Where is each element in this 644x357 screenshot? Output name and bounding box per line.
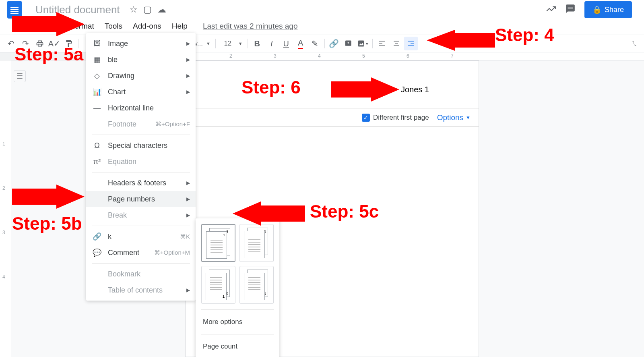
page-numbers-more-options[interactable]: More options [201, 315, 274, 328]
shortcut-label: ⌘K [180, 233, 190, 240]
annotation-arrow-4 [427, 30, 495, 58]
align-right-button[interactable] [404, 37, 418, 50]
ruler-tick: 4 [318, 53, 321, 59]
different-first-page-label: Different first page [373, 114, 429, 122]
drawing-icon: ◇ [93, 71, 101, 80]
svg-rect-0 [568, 8, 573, 8]
bold-button[interactable]: B [250, 37, 264, 50]
chart-icon: 📊 [93, 87, 101, 96]
share-button[interactable]: 🔒 Share [584, 1, 632, 18]
pi-icon: π² [93, 158, 101, 166]
page-numbers-submenu: 2 1 1 2 1 1 More options Page count [196, 218, 279, 357]
svg-marker-19 [427, 30, 495, 51]
annotation-arrow-5a [12, 12, 85, 44]
svg-marker-15 [12, 12, 85, 36]
header-options-dropdown[interactable]: Options▼ [437, 113, 471, 122]
submenu-arrow-icon: ▶ [186, 180, 190, 186]
annotation-label-5a: Step: 5a [14, 44, 83, 64]
cloud-icon[interactable]: ☁ [157, 4, 166, 15]
header-options-bar: ✓ Different first page Options▼ [186, 108, 479, 127]
last-edit-link[interactable]: Last edit was 2 minutes ago [203, 22, 298, 31]
insert-footnote[interactable]: Footnote⌘+Option+F [86, 116, 196, 132]
image-icon: 🖼 [93, 39, 101, 48]
move-icon[interactable]: ▢ [143, 4, 152, 15]
page-number-top-right-all[interactable]: 2 1 [201, 224, 235, 262]
insert-special-characters[interactable]: ΩSpecial characters [86, 137, 196, 154]
submenu-arrow-icon: ▶ [186, 212, 190, 218]
page-numbers-page-count[interactable]: Page count [201, 340, 274, 353]
annotation-arrow-5b [12, 185, 85, 217]
text-color-button[interactable]: A [294, 37, 308, 50]
font-size-dropdown[interactable]: 12▼ [218, 37, 245, 50]
omega-icon: Ω [93, 141, 101, 150]
submenu-arrow-icon: ▶ [186, 73, 190, 79]
ruler-tick: 1 [2, 141, 5, 147]
activity-icon[interactable] [546, 4, 556, 16]
ruler-tick: 4 [2, 274, 5, 280]
highlight-button[interactable]: ✎ [308, 37, 322, 50]
table-icon: ▦ [93, 55, 101, 64]
underline-button[interactable]: U [279, 37, 293, 50]
text-cursor [430, 86, 430, 94]
align-left-button[interactable] [375, 37, 389, 50]
insert-link[interactable]: 🔗k⌘K [86, 228, 196, 245]
submenu-arrow-icon: ▶ [186, 89, 190, 95]
menu-tools[interactable]: Tools [100, 20, 127, 32]
insert-equation[interactable]: π²Equation [86, 154, 196, 170]
shortcut-label: ⌘+Option+M [154, 249, 190, 256]
submenu-arrow-icon: ▶ [186, 41, 190, 46]
align-center-button[interactable] [390, 37, 403, 50]
checkbox-checked-icon: ✓ [362, 114, 370, 122]
insert-table[interactable]: ▦ble▶ [86, 52, 196, 68]
annotation-label-5c: Step: 5c [310, 201, 379, 222]
insert-break[interactable]: Break▶ [86, 207, 196, 223]
svg-marker-16 [12, 185, 85, 209]
different-first-page-checkbox[interactable]: ✓ Different first page [362, 114, 429, 122]
link-icon: 🔗 [93, 232, 101, 241]
italic-button[interactable]: I [265, 37, 279, 50]
insert-horizontal-line[interactable]: —Horizontal line [86, 100, 196, 116]
insert-page-numbers[interactable]: Page numbers▶ [86, 191, 196, 207]
svg-rect-3 [348, 42, 349, 44]
horizontal-line-icon: — [93, 104, 101, 112]
ruler-tick: 3 [2, 230, 5, 235]
menu-addons[interactable]: Add-ons [128, 20, 166, 32]
star-icon[interactable]: ☆ [130, 4, 138, 15]
collapse-toolbar-button[interactable]: ㄟ [631, 39, 638, 48]
shortcut-label: ⌘+Option+F [155, 120, 190, 128]
title-bar: Untitled document ☆ ▢ ☁ 🔒 Share [0, 0, 644, 19]
lock-icon: 🔒 [592, 5, 601, 14]
add-comment-button[interactable] [342, 37, 355, 50]
annotation-arrow-6 [331, 77, 399, 110]
insert-comment[interactable]: 💬Comment⌘+Option+M [86, 245, 196, 261]
submenu-arrow-icon: ▶ [186, 287, 190, 293]
submenu-arrow-icon: ▶ [186, 196, 190, 202]
annotation-label-5b: Step: 5b [12, 214, 82, 234]
page-number-bottom-right-all[interactable]: 2 1 [201, 266, 235, 304]
document-outline-toggle[interactable]: ☰ [14, 70, 26, 82]
insert-link-button[interactable]: 🔗 [327, 37, 341, 50]
insert-image-button[interactable]: ▼ [356, 37, 370, 50]
insert-toc[interactable]: Table of contents▶ [86, 282, 196, 298]
menu-help[interactable]: Help [167, 20, 192, 32]
svg-rect-4 [358, 41, 364, 47]
insert-drawing[interactable]: ◇Drawing▶ [86, 68, 196, 84]
insert-image[interactable]: 🖼Image▶ [86, 35, 196, 52]
ruler-tick: 3 [274, 53, 277, 59]
page-number-bottom-right-skip-first[interactable]: 1 [239, 266, 274, 304]
svg-marker-17 [233, 201, 305, 226]
ruler-tick: 2 [229, 53, 232, 59]
insert-headers-footers[interactable]: Headers & footers▶ [86, 175, 196, 191]
submenu-arrow-icon: ▶ [186, 57, 190, 62]
ruler-tick: 6 [407, 53, 409, 59]
ruler-tick: 2 [2, 185, 5, 191]
comment-history-icon[interactable] [565, 4, 576, 16]
header-text[interactable]: Jones 1 [401, 85, 430, 94]
share-label: Share [605, 6, 624, 14]
ruler-tick: 5 [362, 53, 365, 59]
annotation-label-4: Step: 4 [495, 25, 554, 45]
vertical-ruler[interactable]: 1 2 3 4 [0, 60, 11, 357]
insert-bookmark[interactable]: Bookmark [86, 266, 196, 282]
insert-chart[interactable]: 📊Chart▶ [86, 84, 196, 100]
comment-icon: 💬 [93, 248, 101, 257]
